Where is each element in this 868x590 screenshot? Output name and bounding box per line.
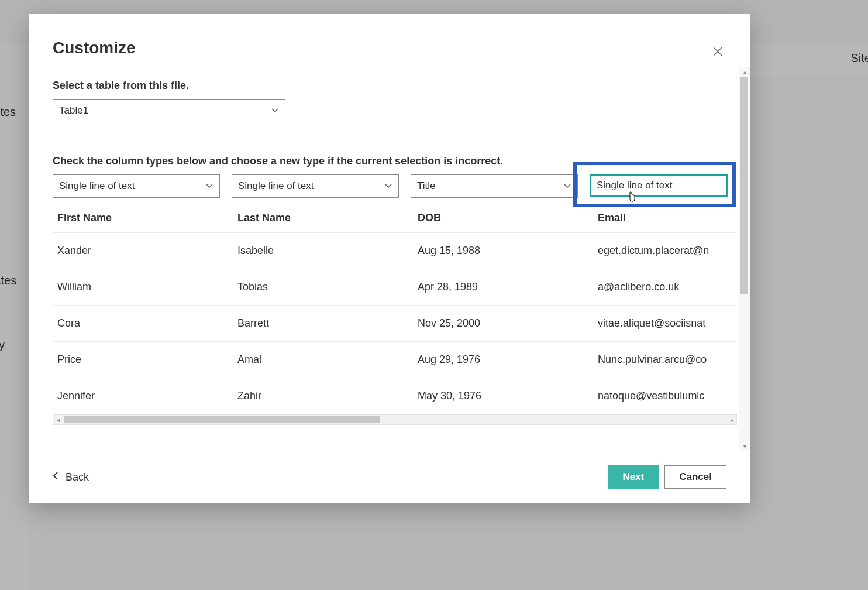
close-button[interactable] bbox=[709, 43, 726, 61]
column-header-email: Email bbox=[593, 206, 737, 233]
next-button[interactable]: Next bbox=[608, 465, 659, 489]
cell-last-name: Tobias bbox=[233, 269, 413, 306]
cell-dob: Aug 15, 1988 bbox=[413, 233, 593, 269]
vertical-scrollbar[interactable]: ▴ ▾ bbox=[739, 67, 750, 451]
column-header-dob: DOB bbox=[413, 206, 593, 233]
cancel-button-label: Cancel bbox=[679, 471, 712, 483]
check-columns-label: Check the column types below and choose … bbox=[53, 155, 743, 167]
back-button[interactable]: Back bbox=[53, 471, 89, 483]
table-select-dropdown[interactable]: Table1 bbox=[53, 99, 285, 122]
column-type-dropdown-3[interactable]: Title bbox=[411, 174, 578, 198]
cell-dob: May 30, 1976 bbox=[413, 378, 593, 414]
chevron-down-icon bbox=[271, 107, 279, 115]
column-header-first-name: First Name bbox=[53, 206, 233, 233]
scroll-up-arrow-icon[interactable]: ▴ bbox=[739, 67, 750, 76]
cell-first-name: Cora bbox=[53, 306, 233, 342]
column-type-dropdown-row: Single line of text Single line of text … bbox=[53, 174, 737, 198]
cell-last-name: Zahir bbox=[233, 378, 413, 414]
cell-dob: Nov 25, 2000 bbox=[413, 306, 593, 342]
scroll-down-arrow-icon[interactable]: ▾ bbox=[739, 441, 750, 451]
modal-scroll-region: Select a table from this file. Table1 Ch… bbox=[53, 67, 743, 457]
chevron-down-icon bbox=[384, 182, 392, 190]
v-scroll-thumb[interactable] bbox=[740, 77, 748, 294]
modal-header: Customize bbox=[29, 14, 750, 67]
cell-dob: Apr 28, 1989 bbox=[413, 269, 593, 306]
chevron-down-icon bbox=[563, 182, 571, 190]
chevron-left-icon bbox=[53, 471, 60, 483]
cell-last-name: Barrett bbox=[233, 306, 413, 342]
select-table-label: Select a table from this file. bbox=[53, 80, 743, 92]
cell-first-name: William bbox=[53, 269, 233, 306]
scroll-right-arrow-icon[interactable]: ▸ bbox=[727, 415, 736, 424]
back-button-label: Back bbox=[66, 471, 89, 483]
horizontal-scrollbar[interactable]: ◂ ▸ bbox=[53, 414, 737, 425]
cell-last-name: Isabelle bbox=[233, 233, 413, 269]
column-type-dropdown-4-highlight: Single line of text bbox=[590, 174, 743, 198]
cell-email: a@aclibero.co.uk bbox=[593, 269, 737, 306]
table-row: Price Amal Aug 29, 1976 Nunc.pulvinar.ar… bbox=[53, 342, 737, 378]
table-row: Jennifer Zahir May 30, 1976 natoque@vest… bbox=[53, 378, 737, 414]
column-type-dropdown-2[interactable]: Single line of text bbox=[232, 174, 399, 198]
column-type-dropdown-1[interactable]: Single line of text bbox=[53, 174, 220, 198]
modal-footer: Back Next Cancel bbox=[29, 457, 750, 503]
chevron-down-icon bbox=[205, 182, 213, 190]
column-header-last-name: Last Name bbox=[233, 206, 413, 233]
preview-table: First Name Last Name DOB Email Xander Is… bbox=[53, 206, 737, 414]
column-type-dropdown-4[interactable]: Single line of text bbox=[590, 174, 728, 197]
cell-last-name: Amal bbox=[233, 342, 413, 378]
table-row: Cora Barrett Nov 25, 2000 vitae.aliquet@… bbox=[53, 306, 737, 342]
modal-title: Customize bbox=[53, 39, 136, 57]
h-scroll-thumb[interactable] bbox=[64, 416, 380, 423]
cell-dob: Aug 29, 1976 bbox=[413, 342, 593, 378]
cell-first-name: Jennifer bbox=[53, 378, 233, 414]
cell-email: Nunc.pulvinar.arcu@co bbox=[593, 342, 737, 378]
table-row: William Tobias Apr 28, 1989 a@aclibero.c… bbox=[53, 269, 737, 306]
table-row: Xander Isabelle Aug 15, 1988 eget.dictum… bbox=[53, 233, 737, 269]
preview-table-area: First Name Last Name DOB Email Xander Is… bbox=[53, 206, 737, 425]
cell-email: vitae.aliquet@sociisnat bbox=[593, 306, 737, 342]
table-select-value: Table1 bbox=[59, 105, 88, 116]
close-icon bbox=[713, 44, 722, 60]
cell-email: eget.dictum.placerat@n bbox=[593, 233, 737, 269]
cancel-button[interactable]: Cancel bbox=[664, 465, 726, 489]
table-header-row: First Name Last Name DOB Email bbox=[53, 206, 737, 233]
cell-first-name: Price bbox=[53, 342, 233, 378]
cell-email: natoque@vestibulumlc bbox=[593, 378, 737, 414]
cell-first-name: Xander bbox=[53, 233, 233, 269]
modal-body: Select a table from this file. Table1 Ch… bbox=[29, 67, 750, 457]
column-type-value: Title bbox=[417, 180, 436, 192]
scroll-left-arrow-icon[interactable]: ◂ bbox=[53, 415, 63, 424]
column-type-value: Single line of text bbox=[238, 180, 314, 192]
column-type-value: Single line of text bbox=[59, 180, 135, 192]
next-button-label: Next bbox=[622, 471, 644, 483]
column-type-value: Single line of text bbox=[597, 180, 672, 191]
customize-modal: Customize Select a table from this file.… bbox=[29, 14, 750, 503]
